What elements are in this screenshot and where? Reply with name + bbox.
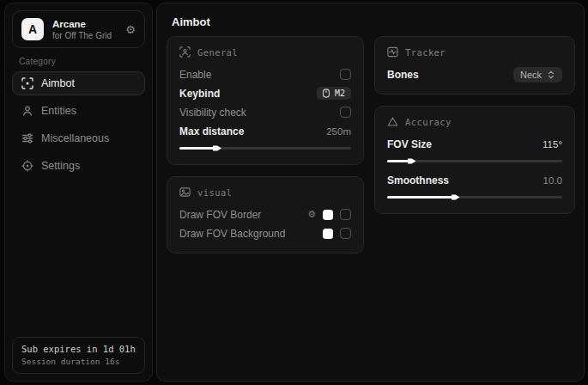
accuracy-card: Accuracy FOV Size 115° Smoothness 10.0 xyxy=(374,106,575,214)
card-title: visual xyxy=(197,187,232,198)
session-duration-text: Session duration 16s xyxy=(21,357,136,366)
fov-background-color-swatch[interactable] xyxy=(323,229,333,239)
sidebar-item-label: Entities xyxy=(41,105,76,117)
sidebar-item-label: Aimbot xyxy=(41,77,75,89)
visibility-check-row: Visibility check xyxy=(179,103,351,121)
sidebar-item-miscellaneous[interactable]: Miscellaneous xyxy=(12,126,145,150)
app-subtitle: for Off The Grid xyxy=(52,31,117,40)
settings-gear-icon[interactable]: ⚙ xyxy=(125,24,136,35)
subscription-info-box: Sub expires in 1d 01h Session duration 1… xyxy=(12,337,145,374)
visual-card: visual Draw FOV Border ⚙ Draw FOV Backgr… xyxy=(167,176,364,254)
card-title: Accuracy xyxy=(405,117,452,127)
fov-border-controls: ⚙ xyxy=(307,209,351,220)
bones-label: Bones xyxy=(387,69,419,81)
bones-selected-value: Neck xyxy=(520,70,542,80)
mouse-icon xyxy=(322,89,330,98)
max-distance-row: Max distance 250m xyxy=(179,122,351,140)
keybind-row: Keybind M2 xyxy=(179,84,351,102)
sidebar-item-aimbot[interactable]: Aimbot xyxy=(12,71,145,95)
app-title: Arcane xyxy=(52,19,117,29)
main-panel: Aimbot General Enable xyxy=(156,3,585,382)
sidebar-nav: Aimbot Entities Miscellaneous xyxy=(5,71,152,178)
bones-row: Bones Neck xyxy=(387,65,562,83)
fov-size-row: FOV Size 115° xyxy=(387,135,562,153)
fov-border-color-swatch[interactable] xyxy=(323,210,333,220)
sidebar-item-settings[interactable]: Settings xyxy=(12,154,145,178)
max-distance-label: Max distance xyxy=(179,125,244,138)
fov-size-label: FOV Size xyxy=(387,138,432,150)
sidebar-item-label: Miscellaneous xyxy=(41,132,109,144)
activity-icon xyxy=(387,46,398,58)
smoothness-value: 10.0 xyxy=(543,175,562,186)
tracker-card: Tracker Bones Neck xyxy=(374,36,575,95)
chevron-up-down-icon xyxy=(547,70,555,79)
slider-thumb[interactable] xyxy=(452,193,460,201)
slider-thumb[interactable] xyxy=(213,144,221,152)
smoothness-slider[interactable] xyxy=(387,193,562,201)
sidebar: A Arcane for Off The Grid ⚙ Category Aim… xyxy=(4,3,153,382)
left-column: General Enable Keybind M2 xyxy=(167,36,364,254)
keybind-value: M2 xyxy=(335,89,345,98)
sidebar-item-label: Settings xyxy=(41,160,80,172)
sidebar-item-entities[interactable]: Entities xyxy=(12,99,145,123)
visibility-checkbox[interactable] xyxy=(340,107,351,118)
enable-checkbox[interactable] xyxy=(340,69,351,80)
sliders-icon xyxy=(21,132,33,144)
max-distance-slider[interactable] xyxy=(179,144,351,152)
app-title-block: Arcane for Off The Grid xyxy=(52,19,117,40)
slider-thumb[interactable] xyxy=(408,157,416,165)
triangle-icon xyxy=(387,116,398,127)
crosshair-icon xyxy=(21,77,33,89)
content-grid: General Enable Keybind M2 xyxy=(157,36,584,254)
app-header-card: A Arcane for Off The Grid ⚙ xyxy=(12,10,145,48)
fov-size-slider[interactable] xyxy=(387,157,562,165)
fov-background-controls xyxy=(323,228,351,239)
right-column: Tracker Bones Neck xyxy=(374,36,575,214)
card-title: General xyxy=(197,47,238,58)
slider-fill xyxy=(387,160,410,162)
gear-icon[interactable]: ⚙ xyxy=(307,210,316,219)
fov-border-label: Draw FOV Border xyxy=(179,209,261,221)
visual-card-header: visual xyxy=(179,186,351,198)
smoothness-label: Smoothness xyxy=(387,174,449,186)
user-focus-icon xyxy=(179,46,191,58)
card-title: Tracker xyxy=(405,47,446,58)
image-icon xyxy=(179,186,191,198)
app-logo: A xyxy=(21,18,44,40)
bones-select[interactable]: Neck xyxy=(513,67,562,82)
sub-expiry-text: Sub expires in 1d 01h xyxy=(21,344,136,354)
main-header: Aimbot xyxy=(157,3,584,36)
target-icon xyxy=(21,160,33,172)
enable-label: Enable xyxy=(179,69,211,81)
fov-background-checkbox[interactable] xyxy=(340,228,351,239)
visibility-check-label: Visibility check xyxy=(179,107,246,119)
keybind-button[interactable]: M2 xyxy=(317,87,351,100)
fov-background-row: Draw FOV Background xyxy=(179,224,351,242)
enable-row: Enable xyxy=(179,65,351,83)
general-card-header: General xyxy=(179,46,351,58)
tracker-card-header: Tracker xyxy=(387,46,562,58)
app-logo-letter: A xyxy=(28,22,37,36)
person-icon xyxy=(21,105,33,117)
fov-border-row: Draw FOV Border ⚙ xyxy=(179,205,351,223)
keybind-label: Keybind xyxy=(179,88,220,100)
max-distance-value: 250m xyxy=(326,126,351,137)
page-title: Aimbot xyxy=(172,15,569,28)
smoothness-row: Smoothness 10.0 xyxy=(387,171,562,189)
fov-background-label: Draw FOV Background xyxy=(179,228,285,240)
fov-size-value: 115° xyxy=(543,139,562,150)
general-card: General Enable Keybind M2 xyxy=(167,36,364,165)
accuracy-card-header: Accuracy xyxy=(387,116,562,127)
slider-fill xyxy=(387,196,454,199)
category-label: Category xyxy=(19,57,152,66)
slider-fill xyxy=(179,147,215,150)
fov-border-checkbox[interactable] xyxy=(340,209,351,220)
